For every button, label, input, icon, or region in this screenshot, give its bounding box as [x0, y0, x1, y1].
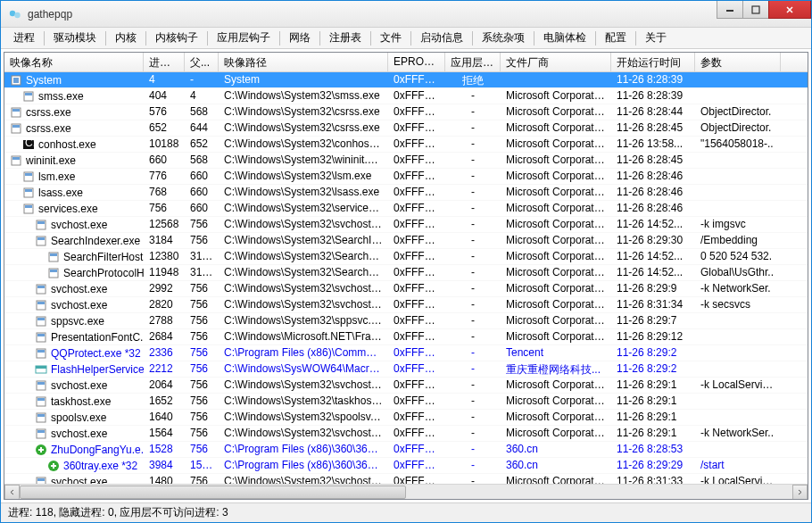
svg-rect-27	[50, 253, 57, 256]
table-row[interactable]: C:\conhost.exe10188652C:\Windows\System3…	[4, 137, 808, 153]
table-row[interactable]: System4-System0xFFFFF...拒绝11-26 8:28:39	[4, 72, 808, 88]
scroll-right-icon[interactable]	[792, 485, 808, 500]
menu-9[interactable]: 系统杂项	[475, 28, 532, 48]
table-row[interactable]: 360tray.exe *3239841528C:\Program Files …	[4, 458, 808, 474]
menu-3[interactable]: 内核钩子	[148, 28, 205, 48]
menu-10[interactable]: 电脑体检	[536, 28, 593, 48]
scroll-thumb[interactable]	[20, 486, 406, 499]
svg-rect-3	[752, 6, 759, 13]
col-args[interactable]: 参数	[695, 53, 781, 71]
cell-name: SearchProtocolH...	[4, 265, 144, 280]
table-row[interactable]: SearchProtocolH...119483184C:\Windows\Sy…	[4, 265, 808, 281]
cell-path: C:\Windows\System32\sppsvc.exe	[219, 313, 388, 328]
cell-vendor: Microsoft Corporation	[501, 281, 611, 296]
grid-body[interactable]: System4-System0xFFFFF...拒绝11-26 8:28:39s…	[4, 72, 808, 484]
minimize-button[interactable]	[717, 1, 743, 19]
table-row[interactable]: lsass.exe768660C:\Windows\System32\lsass…	[4, 185, 808, 201]
cell-access: -	[445, 442, 501, 457]
menu-0[interactable]: 进程	[6, 28, 42, 48]
table-row[interactable]: smss.exe4044C:\Windows\System32\smss.exe…	[4, 88, 808, 104]
horizontal-scrollbar[interactable]	[4, 484, 808, 499]
svg-rect-2	[726, 10, 733, 12]
table-row[interactable]: wininit.exe660568C:\Windows\System32\win…	[4, 153, 808, 169]
col-pid[interactable]: 进程ID	[144, 53, 185, 71]
cell-path: System	[219, 72, 388, 87]
table-row[interactable]: taskhost.exe1652756C:\Windows\System32\t…	[4, 394, 808, 410]
col-vendor[interactable]: 文件厂商	[501, 53, 611, 71]
cell-name: svchost.exe	[4, 281, 144, 296]
col-access[interactable]: 应用层访...	[445, 53, 501, 71]
cell-vendor: Microsoft Corporation	[501, 410, 611, 425]
menu-12[interactable]: 关于	[638, 28, 674, 48]
table-row[interactable]: sppsvc.exe2788756C:\Windows\System32\spp…	[4, 313, 808, 329]
col-path[interactable]: 映像路径	[219, 53, 388, 71]
menu-7[interactable]: 文件	[373, 28, 409, 48]
cell-eproc: 0xFFFFF...	[388, 426, 445, 441]
cell-start: 11-26 8:29:7	[611, 313, 695, 328]
table-row[interactable]: PresentationFontC...2684756C:\Windows\Mi…	[4, 329, 808, 345]
menu-11[interactable]: 配置	[598, 28, 634, 48]
process-icon	[35, 315, 47, 328]
cell-vendor: Microsoft Corporation	[501, 153, 611, 168]
cell-eproc: 0xFFFFF...	[388, 104, 445, 120]
table-row[interactable]: svchost.exe1480756C:\Windows\System32\sv…	[4, 474, 808, 484]
cell-ppid: 756	[185, 426, 219, 441]
table-row[interactable]: FlashHelperService...2212756C:\Windows\S…	[4, 361, 808, 378]
menubar: 进程驱动模块内核内核钩子应用层钩子网络注册表文件启动信息系统杂项电脑体检配置关于	[1, 28, 811, 49]
cell-ppid: 568	[185, 153, 219, 168]
cell-args	[695, 72, 781, 87]
cell-start: 11-26 8:29:1	[611, 426, 695, 441]
table-row[interactable]: QQProtect.exe *322336756C:\Program Files…	[4, 345, 808, 361]
menu-4[interactable]: 应用层钩子	[210, 28, 278, 48]
cell-path: C:\Windows\System32\svchost.exe	[219, 281, 388, 296]
cell-vendor: 360.cn	[501, 442, 611, 457]
menu-5[interactable]: 网络	[282, 28, 318, 48]
table-row[interactable]: svchost.exe12568756C:\Windows\System32\s…	[4, 217, 808, 233]
maximize-button[interactable]	[742, 1, 769, 19]
table-row[interactable]: SearchIndexer.exe3184756C:\Windows\Syste…	[4, 233, 808, 249]
close-button[interactable]	[768, 1, 811, 19]
process-icon	[35, 347, 47, 360]
process-icon	[10, 74, 22, 87]
table-row[interactable]: ZhuDongFangYu.e...1528756C:\Program File…	[4, 442, 808, 458]
process-icon	[35, 411, 47, 424]
svg-rect-31	[37, 286, 45, 288]
table-row[interactable]: svchost.exe2820756C:\Windows\System32\sv…	[4, 297, 808, 313]
cell-start: 11-26 8:28:45	[611, 153, 695, 168]
titlebar[interactable]: gathepqp	[1, 1, 811, 28]
menu-1[interactable]: 驱动模块	[46, 28, 104, 48]
cell-pid: 1640	[144, 410, 185, 425]
cell-path: C:\Windows\System32\spoolsv.exe	[219, 410, 388, 425]
table-row[interactable]: csrss.exe576568C:\Windows\System32\csrss…	[4, 104, 808, 120]
svg-rect-15	[12, 157, 20, 160]
cell-vendor: Microsoft Corporation	[501, 297, 611, 312]
col-start[interactable]: 开始运行时间	[611, 53, 695, 71]
table-row[interactable]: csrss.exe652644C:\Windows\System32\csrss…	[4, 120, 808, 137]
table-row[interactable]: svchost.exe1564756C:\Windows\System32\sv…	[4, 426, 808, 442]
table-row[interactable]: SearchFilterHost...123803184C:\Windows\S…	[4, 249, 808, 265]
col-eproc[interactable]: EPROCESS	[388, 53, 445, 71]
svg-rect-9	[12, 109, 20, 112]
cell-ppid: 660	[185, 169, 219, 184]
cell-access: -	[445, 233, 501, 248]
table-row[interactable]: lsm.exe776660C:\Windows\System32\lsm.exe…	[4, 169, 808, 185]
menu-8[interactable]: 启动信息	[413, 28, 470, 48]
cell-path: C:\Windows\Microsoft.NET\Frame...	[219, 329, 388, 345]
cell-path: C:\Windows\System32\conhost.exe	[219, 137, 388, 152]
table-row[interactable]: svchost.exe2064756C:\Windows\System32\sv…	[4, 378, 808, 394]
cell-vendor: 360.cn	[501, 458, 611, 473]
cell-vendor: Microsoft Corporation	[501, 104, 611, 120]
col-ppid[interactable]: 父...	[185, 53, 219, 71]
col-name[interactable]: 映像名称	[4, 53, 144, 71]
menu-2[interactable]: 内核	[108, 28, 144, 48]
table-row[interactable]: services.exe756660C:\Windows\System32\se…	[4, 201, 808, 217]
table-row[interactable]: spoolsv.exe1640756C:\Windows\System32\sp…	[4, 410, 808, 426]
scroll-left-icon[interactable]	[4, 485, 20, 500]
cell-ppid: 756	[185, 233, 219, 248]
table-row[interactable]: svchost.exe2992756C:\Windows\System32\sv…	[4, 281, 808, 297]
cell-name: spoolsv.exe	[4, 410, 144, 425]
menu-6[interactable]: 注册表	[322, 28, 369, 48]
process-icon	[35, 444, 47, 456]
cell-vendor: Microsoft Corporation	[501, 201, 611, 216]
cell-access: -	[445, 361, 501, 377]
